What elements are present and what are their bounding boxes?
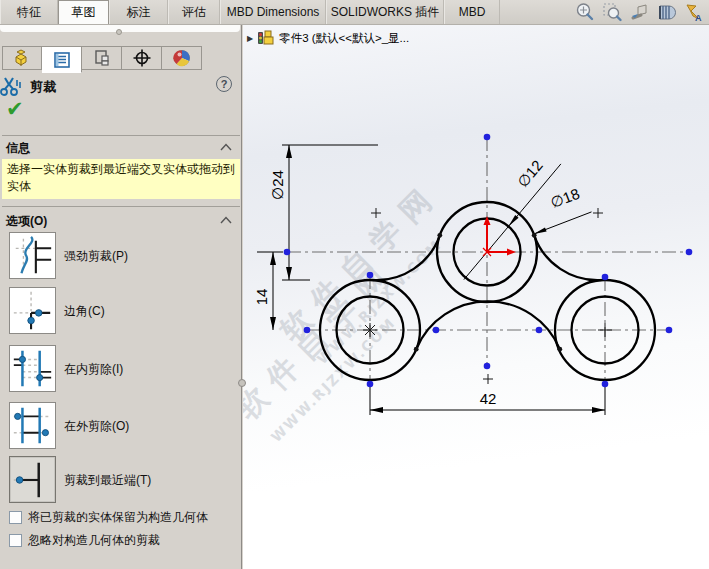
help-icon[interactable]: ? [216, 76, 232, 92]
option-label: 在内剪除(I) [64, 361, 123, 378]
tab-mbd-dimensions[interactable]: MBD Dimensions [220, 0, 326, 24]
info-section-header[interactable]: 信息 [0, 139, 242, 157]
expand-arrow-icon[interactable]: ▶ [247, 34, 253, 43]
tab-annotation[interactable]: 标注 [109, 0, 168, 24]
trim-away-outside-button[interactable] [9, 402, 56, 449]
property-manager-header: 剪裁 ? [0, 75, 242, 99]
trim-away-outside-icon [10, 403, 55, 448]
tab-configuration-manager[interactable] [82, 46, 122, 70]
tab-mbd[interactable]: MBD [444, 0, 500, 24]
trim-away-inside-icon [10, 346, 55, 391]
tab-feature-manager-design-tree[interactable] [2, 46, 42, 70]
page-title: 剪裁 [30, 78, 56, 96]
option-label: 在外剪除(O) [64, 418, 129, 435]
option-label: 边角(C) [64, 303, 105, 320]
corner-icon [10, 288, 55, 333]
keep-trimmed-as-construction-row: 将已剪裁的实体保留为构造几何体 [9, 509, 239, 525]
right-center-cross [598, 323, 612, 337]
part-tree-item: 零件3 (默认<<默认>_显... [279, 31, 409, 46]
trim-to-closest-button[interactable] [9, 456, 56, 503]
collapse-chevron-icon[interactable] [220, 143, 232, 151]
option-trim-away-inside: 在内剪除(I) [0, 345, 242, 393]
left-center-asterisk [363, 323, 377, 337]
zoom-to-area-icon[interactable] [600, 2, 624, 23]
tab-evaluate[interactable]: 评估 [168, 0, 220, 24]
checkbox-label: 将已剪裁的实体保留为构造几何体 [28, 509, 208, 526]
edit-appearance-icon[interactable]: A [681, 2, 705, 23]
checkbox-label: 忽略对构造几何体的剪裁 [28, 532, 160, 549]
display-manager-icon [172, 48, 192, 68]
solidworks-window: 特征 草图 标注 评估 MBD Dimensions SOLIDWORKS 插件… [0, 0, 709, 569]
collapsed-command-manager-strip [0, 25, 240, 32]
sketch-viewport[interactable]: 软件自学网 WWW.RJZXW.COM 软件自学网 WWW.RJZXW.COM [243, 25, 709, 569]
svg-text:∅12: ∅12 [514, 157, 546, 191]
svg-text:∅18: ∅18 [548, 185, 582, 212]
panel-grip-dot[interactable] [116, 29, 122, 35]
bottom-tangent-arc [416, 301, 560, 349]
heads-up-toolbar: A [573, 2, 705, 23]
configuration-manager-icon [92, 48, 112, 68]
graphics-area[interactable]: ▶ 零件3 (默认<<默认>_显... 软件自学网 WWW.RJZXW.COM … [243, 25, 709, 569]
feature-manager-icon [12, 48, 32, 68]
command-manager-tab-bar: 特征 草图 标注 评估 MBD Dimensions SOLIDWORKS 插件… [0, 0, 709, 25]
svg-text:A: A [695, 13, 702, 23]
dimension-42[interactable]: 42 [370, 384, 605, 415]
feature-tree-flyout[interactable]: ▶ 零件3 (默认<<默认>_显... [247, 30, 409, 46]
dimension-d12[interactable]: ∅12 [464, 157, 561, 280]
option-label: 强劲剪裁(P) [64, 248, 128, 265]
property-manager-panel: 剪裁 ? ✔ 信息 选择一实体剪裁到最近端交叉实体或拖动到实体 选项(O) [0, 25, 242, 569]
tab-features[interactable]: 特征 [0, 0, 58, 24]
options-section-header[interactable]: 选项(O) [0, 212, 242, 230]
trim-entities-icon [0, 76, 24, 98]
right-tangent-arc [534, 235, 601, 280]
property-manager-icon [52, 50, 72, 70]
option-corner: 边角(C) [0, 287, 242, 335]
power-trim-icon [10, 233, 55, 278]
svg-text:∅24: ∅24 [269, 170, 286, 200]
info-message: 选择一实体剪裁到最近端交叉实体或拖动到实体 [2, 159, 240, 199]
svg-text:42: 42 [480, 390, 497, 407]
ignore-construction-geometry-row: 忽略对构造几何体的剪裁 [9, 532, 239, 548]
power-trim-button[interactable] [9, 232, 56, 279]
dimxpert-manager-icon [132, 48, 152, 68]
keep-trimmed-as-construction-checkbox[interactable] [9, 511, 22, 524]
tab-property-manager[interactable] [42, 46, 82, 73]
tab-dimxpert-manager[interactable] [122, 46, 162, 70]
divider [2, 135, 240, 136]
panel-splitter-handle[interactable] [238, 379, 246, 387]
zoom-to-fit-icon[interactable] [573, 2, 597, 23]
ok-check-icon: ✔ [6, 97, 24, 120]
tab-sketch[interactable]: 草图 [58, 0, 109, 24]
corner-button[interactable] [9, 287, 56, 334]
collapse-chevron-icon[interactable] [220, 216, 232, 224]
option-label: 剪裁到最近端(T) [64, 472, 151, 489]
previous-view-icon[interactable] [627, 2, 651, 23]
ignore-construction-geometry-checkbox[interactable] [9, 534, 22, 547]
ok-button[interactable]: ✔ [6, 98, 66, 122]
divider [2, 206, 240, 207]
section-view-icon[interactable] [654, 2, 678, 23]
tab-solidworks-addins[interactable]: SOLIDWORKS 插件 [326, 0, 444, 24]
manager-tab-strip [2, 46, 202, 70]
option-trim-away-outside: 在外剪除(O) [0, 402, 242, 450]
trim-to-closest-icon [10, 457, 55, 502]
tab-display-manager[interactable] [162, 46, 202, 70]
svg-text:14: 14 [253, 289, 270, 306]
part-icon [257, 30, 275, 46]
option-power-trim: 强劲剪裁(P) [0, 232, 242, 280]
option-trim-to-closest: 剪裁到最近端(T) [0, 456, 242, 504]
trim-away-inside-button[interactable] [9, 345, 56, 392]
dimension-d18[interactable]: ∅18 [534, 185, 592, 235]
